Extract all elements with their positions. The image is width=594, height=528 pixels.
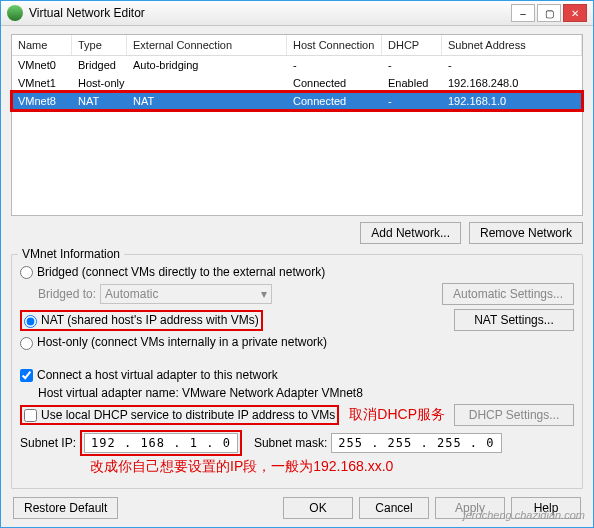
- vmnet-info-group: VMnet Information Bridged (connect VMs d…: [11, 254, 583, 489]
- app-icon: [7, 5, 23, 21]
- close-button[interactable]: ✕: [563, 4, 587, 22]
- bridged-radio-label[interactable]: Bridged (connect VMs directly to the ext…: [20, 265, 325, 279]
- host-adapter-name: Host virtual adapter name: VMware Networ…: [38, 386, 363, 400]
- restore-default-button[interactable]: Restore Default: [13, 497, 118, 519]
- annotation-dhcp: 取消DHCP服务: [349, 406, 445, 424]
- bridged-to-combo: Automatic▾: [100, 284, 272, 304]
- dhcp-checkbox-label[interactable]: Use local DHCP service to distribute IP …: [24, 408, 335, 422]
- nat-radio[interactable]: [24, 315, 37, 328]
- hostonly-radio[interactable]: [20, 337, 33, 350]
- host-adapter-checkbox-label[interactable]: Connect a host virtual adapter to this n…: [20, 368, 278, 382]
- annotation-ip: 改成你自己想要设置的IP段，一般为192.168.xx.0: [90, 458, 393, 476]
- remove-network-button[interactable]: Remove Network: [469, 222, 583, 244]
- chevron-down-icon: ▾: [261, 287, 267, 301]
- table-row-selected[interactable]: VMnet8NATNATConnected-192.168.1.0: [12, 92, 582, 110]
- subnet-ip-field[interactable]: 192 . 168 . 1 . 0: [84, 433, 238, 453]
- subnet-mask-field[interactable]: 255 . 255 . 255 . 0: [331, 433, 501, 453]
- host-adapter-checkbox[interactable]: [20, 369, 33, 382]
- network-table[interactable]: Name Type External Connection Host Conne…: [11, 34, 583, 216]
- watermark: jerocheng.chazidian.com: [463, 509, 585, 521]
- hostonly-radio-label[interactable]: Host-only (connect VMs internally in a p…: [20, 335, 327, 349]
- minimize-button[interactable]: –: [511, 4, 535, 22]
- dhcp-checkbox[interactable]: [24, 409, 37, 422]
- ok-button[interactable]: OK: [283, 497, 353, 519]
- titlebar: Virtual Network Editor – ▢ ✕: [1, 1, 593, 26]
- automatic-settings-button: Automatic Settings...: [442, 283, 574, 305]
- add-network-button[interactable]: Add Network...: [360, 222, 461, 244]
- maximize-button[interactable]: ▢: [537, 4, 561, 22]
- nat-radio-label[interactable]: NAT (shared host's IP address with VMs): [24, 313, 259, 327]
- bridged-radio[interactable]: [20, 266, 33, 279]
- subnet-ip-label: Subnet IP:: [20, 436, 76, 450]
- window-title: Virtual Network Editor: [29, 6, 145, 20]
- group-title: VMnet Information: [18, 247, 124, 261]
- bridged-to-label: Bridged to:: [38, 287, 96, 301]
- subnet-mask-label: Subnet mask:: [254, 436, 327, 450]
- cancel-button[interactable]: Cancel: [359, 497, 429, 519]
- table-row[interactable]: VMnet0BridgedAuto-bridging---: [12, 56, 582, 74]
- table-row[interactable]: VMnet1Host-onlyConnectedEnabled192.168.2…: [12, 74, 582, 92]
- dhcp-settings-button: DHCP Settings...: [454, 404, 574, 426]
- nat-settings-button[interactable]: NAT Settings...: [454, 309, 574, 331]
- table-header: Name Type External Connection Host Conne…: [12, 35, 582, 56]
